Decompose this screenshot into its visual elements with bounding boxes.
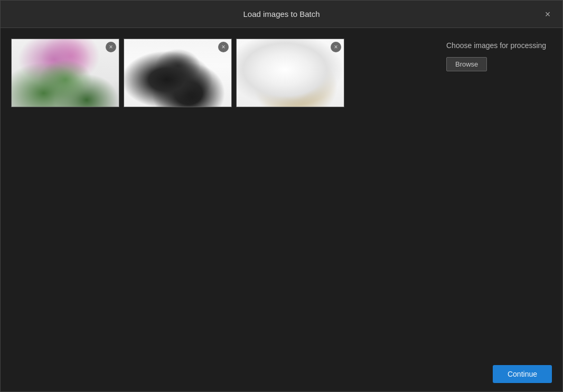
images-area: × × × [11, 39, 430, 346]
thumbnail-item: × [236, 39, 344, 107]
thumbnail-image-2 [124, 39, 232, 107]
thumbnail-item: × [124, 39, 232, 107]
remove-image-3-button[interactable]: × [331, 42, 341, 52]
browse-button[interactable]: Browse [446, 57, 487, 71]
remove-image-2-button[interactable]: × [218, 42, 229, 52]
dialog-footer: Continue [1, 357, 562, 391]
thumbnail-image-3 [236, 39, 344, 107]
thumbnail-image-1 [11, 39, 119, 107]
close-button[interactable]: × [541, 8, 554, 21]
dialog-title: Load images to Batch [243, 10, 320, 18]
load-images-dialog: Load images to Batch × × × × [0, 0, 563, 392]
thumbnail-item: × [11, 39, 119, 107]
thumbnails-row: × × × [11, 39, 430, 107]
continue-button[interactable]: Continue [493, 365, 552, 383]
dialog-body: × × × Choose images for processing Brows… [1, 28, 562, 357]
side-panel: Choose images for processing Browse [446, 39, 552, 346]
choose-images-label: Choose images for processing [446, 41, 552, 50]
dialog-header: Load images to Batch × [1, 1, 562, 28]
remove-image-1-button[interactable]: × [106, 42, 116, 52]
